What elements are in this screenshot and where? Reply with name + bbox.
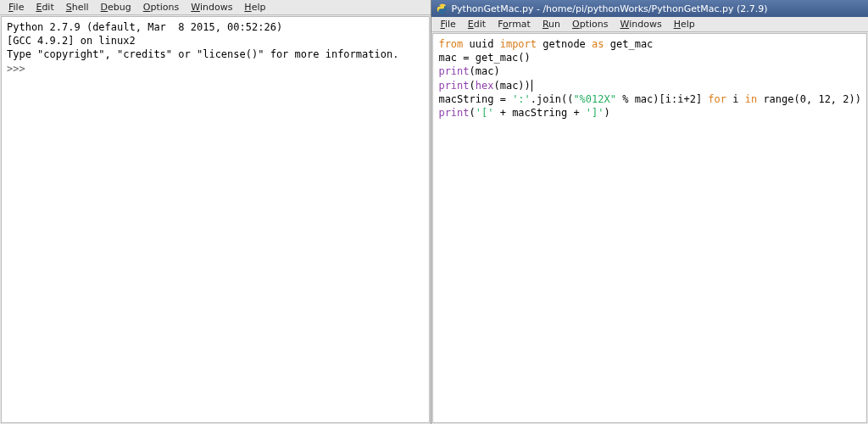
shell-menu-options[interactable]: Options (138, 1, 184, 14)
shell-menu-options-label: ptions (150, 2, 179, 13)
shell-output[interactable]: Python 2.7.9 (default, Mar 8 2015, 00:52… (1, 16, 430, 423)
shell-menubar: File Edit Shell Debug Options Windows He… (0, 0, 431, 15)
shell-menu-debug-label: ebug (108, 2, 131, 13)
editor-menu-windows[interactable]: Windows (615, 18, 667, 31)
shell-menu-help-label: elp (252, 2, 266, 13)
shell-menu-shell[interactable]: Shell (61, 1, 94, 14)
editor-menu-edit-label: dit (474, 19, 486, 30)
shell-menu-edit-label: dit (42, 2, 53, 13)
editor-menu-help[interactable]: Help (669, 18, 700, 31)
text-cursor (531, 80, 532, 92)
code-line-5: macString = ':'.join(("%012X" % mac)[i:i… (438, 93, 861, 105)
editor-menu-format-label: rmat (509, 19, 531, 30)
shell-menu-windows[interactable]: Windows (186, 1, 237, 14)
editor-title: PythonGetMac.py - /home/pi/pythonWorks/P… (451, 3, 767, 14)
editor-window: PythonGetMac.py - /home/pi/pythonWorks/P… (431, 0, 868, 424)
code-line-6: print('[' + macString + ']') (438, 107, 609, 119)
code-line-3: print(mac) (438, 65, 499, 77)
shell-line-3: Type "copyright", "credits" or "license(… (7, 48, 398, 60)
shell-menu-shell-label: hell (72, 2, 89, 13)
editor-menu-format[interactable]: Format (492, 18, 536, 31)
code-line-1: from uuid import getnode as get_mac (438, 38, 653, 50)
editor-menu-edit[interactable]: Edit (463, 18, 491, 31)
editor-menu-help-label: elp (681, 19, 695, 30)
editor-menu-run-label: un (548, 19, 560, 30)
code-line-4: print(hex(mac)) (438, 80, 530, 92)
shell-menu-edit[interactable]: Edit (31, 1, 58, 14)
shell-menu-debug[interactable]: Debug (96, 1, 136, 14)
shell-menu-file-label: ile (14, 2, 25, 13)
shell-menu-help[interactable]: Help (239, 1, 270, 14)
shell-prompt: >>> (7, 63, 31, 75)
shell-line-2: [GCC 4.9.2] on linux2 (7, 35, 136, 47)
shell-line-1: Python 2.7.9 (default, Mar 8 2015, 00:52… (7, 21, 282, 33)
shell-menu-windows-label: indows (200, 2, 232, 13)
code-line-2: mac = get_mac() (438, 52, 530, 64)
python-file-icon (437, 3, 448, 14)
editor-menu-file[interactable]: File (435, 18, 460, 31)
editor-titlebar[interactable]: PythonGetMac.py - /home/pi/pythonWorks/P… (431, 0, 868, 17)
editor-menu-run[interactable]: Run (537, 18, 565, 31)
editor-menubar: File Edit Format Run Options Windows Hel… (431, 17, 868, 32)
shell-menu-file[interactable]: File (3, 1, 29, 14)
editor-menu-options-label: ptions (580, 19, 609, 30)
editor-menu-windows-label: indows (629, 19, 661, 30)
python-shell-window: File Edit Shell Debug Options Windows He… (0, 0, 431, 424)
editor-menu-options[interactable]: Options (567, 18, 613, 31)
editor-content[interactable]: from uuid import getnode as get_mac mac … (432, 33, 867, 423)
editor-menu-file-label: ile (445, 19, 456, 30)
